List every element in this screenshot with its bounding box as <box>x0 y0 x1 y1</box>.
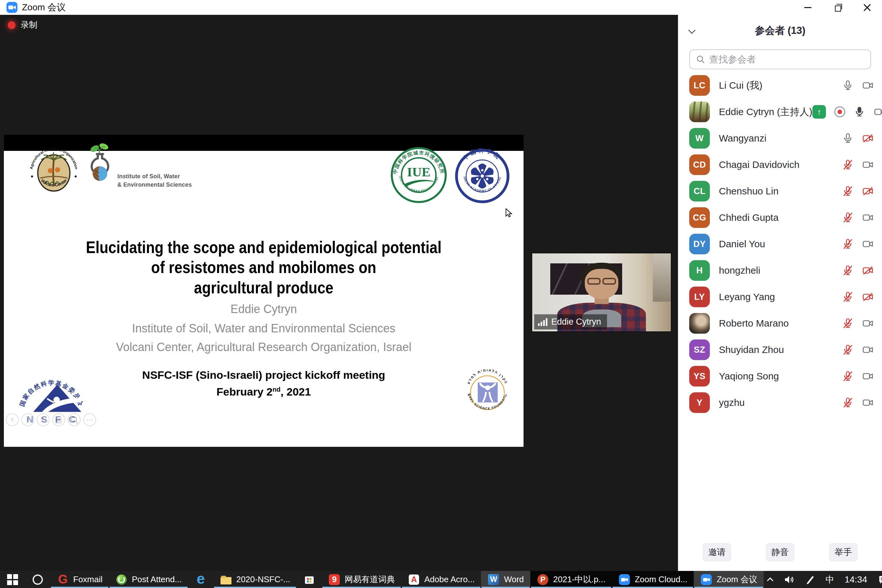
participant-row[interactable]: CG Chhedi Gupta <box>678 204 882 231</box>
camera-icon <box>874 106 882 118</box>
participant-row[interactable]: Eddie Cytryn (主持人) <box>678 99 882 125</box>
speaker-icon[interactable] <box>784 574 795 585</box>
participant-name: Chhedi Gupta <box>719 212 778 223</box>
slide-author: Eddie Cytryn <box>4 302 524 316</box>
slide-affiliation-1: Institute of Soil, Water and Environment… <box>4 322 524 335</box>
participant-name: Eddie Cytryn (主持人) <box>719 105 812 118</box>
taskbar-item-icon <box>488 573 500 586</box>
mouse-cursor <box>504 208 513 219</box>
speaker-video-thumbnail[interactable]: Eddie Cytryn <box>532 253 672 332</box>
mic-icon <box>842 212 854 224</box>
participant-row[interactable]: W Wangyanzi <box>678 125 882 152</box>
mic-icon <box>842 397 854 408</box>
camera-icon <box>862 238 874 250</box>
search-icon <box>696 54 705 64</box>
screen-share-badge <box>812 105 826 118</box>
taskbar-item[interactable]: Post Attend... <box>109 571 188 588</box>
mic-icon <box>842 80 854 91</box>
presenter-tool-icon[interactable] <box>6 413 19 426</box>
aro-volcani-logo: Agricultural Research Organization Volca… <box>25 142 82 202</box>
pen-icon[interactable] <box>805 574 815 585</box>
taskbar-item-icon <box>328 573 340 586</box>
taskbar-item[interactable] <box>25 571 50 588</box>
mic-icon <box>842 318 854 329</box>
presenter-tool-icon[interactable] <box>21 413 34 426</box>
minimize-button[interactable] <box>793 0 823 15</box>
participant-name: Roberto Marano <box>719 318 789 329</box>
taskbar-item[interactable]: Zoom 会议 <box>694 571 764 588</box>
participant-name: Chenshuo Lin <box>719 186 778 196</box>
panel-footer: 邀请 静音 举手 <box>678 543 882 561</box>
participant-row[interactable]: DY Daniel You <box>678 231 882 257</box>
signal-bars-icon <box>538 318 548 326</box>
participant-row[interactable]: LC Li Cui (我) <box>678 72 882 99</box>
search-input[interactable] <box>709 54 865 65</box>
mic-icon <box>854 106 865 118</box>
taskbar-item[interactable]: Zoom Cloud... <box>612 571 694 588</box>
mic-icon <box>842 370 854 382</box>
taskbar-item[interactable] <box>297 571 322 588</box>
taskbar-item[interactable] <box>188 571 213 588</box>
clock[interactable]: 14:34 <box>844 574 867 585</box>
avatar <box>689 313 710 334</box>
taskbar-item[interactable]: Adobe Acro... <box>401 571 481 588</box>
recording-badge <box>834 106 845 117</box>
participant-name: ygzhu <box>719 397 745 408</box>
window-title: Zoom 会议 <box>22 1 66 14</box>
panel-footer-button[interactable]: 邀请 <box>703 543 731 561</box>
mic-icon <box>842 291 854 303</box>
participant-row[interactable]: CD Chagai Davidovich <box>678 152 882 178</box>
taskbar-item[interactable]: 2020-NSFC-... <box>213 571 297 588</box>
camera-icon <box>862 265 874 276</box>
iue-logo: 中国科学院城市环境研究所 INSTITUTE OF URBAN ENVIRONM… <box>390 146 447 204</box>
presenter-tool-icon[interactable] <box>52 413 65 426</box>
participant-row[interactable]: SZ Shuyidan Zhou <box>678 336 882 363</box>
video-name-label: Eddie Cytryn <box>534 314 607 330</box>
presenter-tool-icon[interactable] <box>68 413 81 426</box>
avatar: DY <box>689 234 710 254</box>
avatar: H <box>689 260 710 281</box>
taskbar-item-icon <box>700 573 712 586</box>
mic-icon <box>842 265 854 276</box>
taskbar-item[interactable] <box>0 571 25 588</box>
camera-icon <box>862 397 874 408</box>
panel-footer-button[interactable]: 举手 <box>829 543 858 561</box>
mic-icon <box>842 344 854 356</box>
recording-dot-icon <box>8 21 15 29</box>
participant-name: Li Cui (我) <box>719 79 762 92</box>
participant-search[interactable] <box>689 50 871 69</box>
close-button[interactable] <box>852 0 882 15</box>
taskbar-item-icon <box>537 573 549 586</box>
participant-row[interactable]: YS Yaqiong Song <box>678 363 882 389</box>
participant-name: Chagai Davidovich <box>719 159 800 170</box>
taskbar-item-icon <box>618 573 630 586</box>
mic-icon <box>842 185 854 197</box>
avatar: SZ <box>689 339 710 360</box>
action-center-icon[interactable] <box>878 574 882 585</box>
camera-icon <box>862 80 874 91</box>
taskbar-item[interactable]: Word <box>481 571 530 588</box>
presenter-toolbar <box>6 413 96 426</box>
restore-button[interactable] <box>823 0 852 15</box>
participant-row[interactable]: Roberto Marano <box>678 310 882 336</box>
panel-footer-button[interactable]: 静音 <box>766 543 794 561</box>
camera-icon <box>862 212 874 224</box>
avatar: Y <box>689 392 710 413</box>
tray-chevron-up-icon[interactable] <box>767 576 773 583</box>
ime-indicator[interactable]: 中 <box>826 574 834 585</box>
participant-row[interactable]: Y ygzhu <box>678 389 882 416</box>
taskbar: Foxmail Post Attend... 2020-NSFC-... <box>0 571 882 588</box>
taskbar-item[interactable]: 2021-中以.p... <box>530 571 612 588</box>
slide-title: Elucidating the scope and epidemiologica… <box>40 237 487 297</box>
camera-icon <box>862 291 874 303</box>
slide-affiliation-2: Volcani Center, Agricultural Research Or… <box>4 340 524 354</box>
presenter-tool-icon[interactable] <box>37 413 50 426</box>
taskbar-item[interactable]: Foxmail <box>50 571 109 588</box>
presenter-tool-icon[interactable] <box>83 413 96 426</box>
camera-icon <box>862 318 874 329</box>
participant-row[interactable]: H hongzheli <box>678 257 882 284</box>
participant-row[interactable]: CL Chenshuo Lin <box>678 178 882 204</box>
taskbar-item[interactable]: 网易有道词典 <box>322 571 401 588</box>
participant-row[interactable]: LY Leyang Yang <box>678 284 882 310</box>
window-controls <box>793 0 882 15</box>
